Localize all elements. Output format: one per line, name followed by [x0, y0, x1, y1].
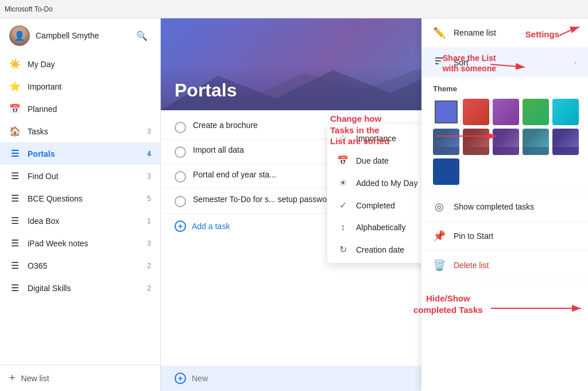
- sidebar-item-tasks[interactable]: 🏠 Tasks 3: [0, 120, 160, 142]
- ipad-count: 3: [147, 239, 151, 247]
- plus-circle-icon: +: [175, 220, 186, 232]
- avatar: 👤: [9, 25, 30, 46]
- sort-my-day-label: Added to My Day: [356, 179, 417, 188]
- theme-dark-blue[interactable]: [433, 158, 459, 185]
- task-checkbox-2[interactable]: [175, 146, 186, 158]
- calendar-icon: 📅: [9, 103, 21, 114]
- sidebar-label-tasks: Tasks: [28, 127, 140, 136]
- pencil-icon: ✏️: [433, 26, 446, 39]
- chevron-right-icon: ›: [574, 59, 577, 67]
- list-icon-bce: ☰: [9, 193, 21, 204]
- sort-creation-label: Creation date: [356, 245, 404, 254]
- task-checkbox-3[interactable]: [175, 171, 186, 183]
- sort-due-date-label: Due date: [356, 156, 389, 165]
- user-name: Campbell Smythe: [36, 31, 127, 40]
- sidebar-item-idea-box[interactable]: ☰ Idea Box 1: [0, 210, 160, 232]
- alpha-sort-icon: ↕: [336, 222, 349, 233]
- menu-item-delete[interactable]: 🗑️ Delete list: [421, 251, 588, 280]
- check-sort-icon: ✓: [336, 200, 349, 211]
- list-icon-ipad: ☰: [9, 238, 21, 249]
- sidebar-item-ipad-week-notes[interactable]: ☰ iPad Week notes 3: [0, 232, 160, 254]
- sort-lines-icon: [434, 56, 444, 66]
- menu-item-sort[interactable]: Sort ›: [421, 48, 588, 78]
- rename-list-label: Rename list: [454, 28, 496, 37]
- sidebar-item-important[interactable]: ⭐ Important: [0, 75, 160, 98]
- sidebar-item-bce-questions[interactable]: ☰ BCE Questions 5: [0, 187, 160, 210]
- plus-icon: +: [9, 372, 16, 384]
- sidebar-item-my-day[interactable]: ☀️ My Day: [0, 53, 160, 75]
- context-menu: ✏️ Rename list Sort › Theme: [421, 18, 588, 391]
- sun-icon: ☀️: [9, 59, 21, 69]
- app-title: Microsoft To-Do: [5, 5, 53, 13]
- star-icon: ⭐: [9, 81, 21, 92]
- new-list-button[interactable]: + New list: [9, 372, 151, 384]
- calendar-sort-icon: 📅: [336, 155, 349, 166]
- list-icon-o365: ☰: [9, 260, 21, 271]
- theme-mountain-blue[interactable]: [433, 129, 459, 155]
- sun-sort-icon: ☀: [336, 177, 349, 188]
- theme-label: Theme: [433, 84, 577, 93]
- sidebar-label-o365: O365: [28, 261, 140, 270]
- sidebar-item-planned[interactable]: 📅 Planned: [0, 98, 160, 120]
- pin-icon: 📌: [433, 230, 446, 242]
- sidebar-item-portals[interactable]: ☰ Portals 4: [0, 142, 160, 165]
- theme-swatches-row3: [433, 158, 577, 185]
- sidebar-footer: + New list: [0, 365, 160, 391]
- sidebar-label-bce: BCE Questions: [28, 194, 140, 203]
- theme-blue[interactable]: [433, 99, 459, 125]
- theme-purple[interactable]: [493, 99, 519, 125]
- menu-item-rename[interactable]: ✏️ Rename list: [421, 18, 588, 48]
- o365-count: 2: [147, 262, 151, 270]
- theme-mountain-red[interactable]: [463, 129, 489, 155]
- theme-mountain-teal[interactable]: [523, 129, 549, 155]
- theme-mountain-violet[interactable]: [552, 129, 579, 155]
- sidebar-label-digital: Digital Skills: [28, 284, 140, 293]
- portals-count: 4: [147, 150, 151, 158]
- sidebar-label-important: Important: [28, 82, 151, 91]
- digital-count: 2: [147, 284, 151, 292]
- sidebar-item-o365[interactable]: ☰ O365 2: [0, 254, 160, 277]
- theme-swatches-row2: [433, 129, 577, 155]
- sort-alpha-label: Alphabetically: [356, 223, 405, 232]
- list-icon-find-out: ☰: [9, 171, 21, 181]
- sort-completed-label: Completed: [356, 201, 395, 210]
- theme-section: Theme: [421, 78, 588, 192]
- star-sort-icon: ☆: [336, 133, 349, 144]
- sidebar-label-portals: Portals: [28, 149, 140, 158]
- theme-teal[interactable]: [552, 99, 579, 125]
- menu-item-pin-to-start[interactable]: 📌 Pin to Start: [421, 222, 588, 251]
- idea-count: 1: [147, 217, 151, 225]
- home-icon: 🏠: [9, 126, 21, 137]
- new-list-label: New list: [21, 374, 49, 383]
- task-checkbox-4[interactable]: [175, 196, 186, 207]
- content-area: Portals ••• Cre: [161, 18, 588, 391]
- eye-icon: ◎: [433, 200, 446, 213]
- sort-label: Sort: [454, 58, 469, 67]
- list-icon-portals: ☰: [9, 148, 21, 159]
- sidebar-item-find-out[interactable]: ☰ Find Out 3: [0, 165, 160, 187]
- sidebar-label-ipad: iPad Week notes: [28, 239, 140, 248]
- sidebar-item-digital-skills[interactable]: ☰ Digital Skills 2: [0, 277, 160, 299]
- sidebar-label-find-out: Find Out: [28, 172, 140, 181]
- task-checkbox-1[interactable]: [175, 122, 186, 133]
- theme-green[interactable]: [523, 99, 549, 125]
- pin-to-start-label: Pin to Start: [454, 231, 493, 241]
- search-button[interactable]: 🔍: [133, 26, 151, 45]
- sort-icon: [433, 56, 446, 69]
- add-task-label: Add a task: [192, 222, 230, 231]
- sidebar: 👤 Campbell Smythe 🔍 ☀️ My Day ⭐ Importan…: [0, 18, 161, 391]
- sidebar-label-my-day: My Day: [28, 60, 151, 69]
- show-completed-label: Show completed tasks: [454, 202, 534, 211]
- sidebar-nav: ☀️ My Day ⭐ Important 📅 Planned 🏠 Tasks …: [0, 53, 160, 365]
- sidebar-label-planned: Planned: [28, 104, 151, 114]
- sort-importance-label: Importance: [356, 134, 396, 143]
- tasks-count: 3: [147, 127, 151, 136]
- sidebar-label-idea: Idea Box: [28, 216, 140, 226]
- theme-red[interactable]: [463, 99, 489, 125]
- list-icon-digital: ☰: [9, 282, 21, 293]
- theme-swatches-row1: [433, 99, 577, 125]
- menu-item-show-completed[interactable]: ◎ Show completed tasks: [421, 192, 588, 222]
- trash-icon: 🗑️: [433, 259, 446, 272]
- theme-mountain-purple[interactable]: [493, 129, 519, 155]
- find-out-count: 3: [147, 172, 151, 180]
